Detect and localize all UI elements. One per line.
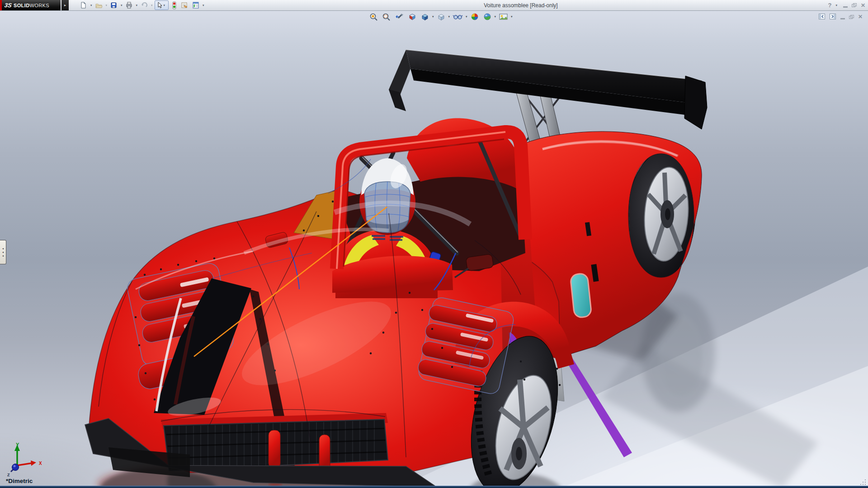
traffic-light-icon [171,1,177,9]
new-document-button[interactable] [79,0,88,10]
open-icon [95,1,103,9]
restore-button[interactable] [852,3,857,7]
open-dropdown[interactable]: ▾ [106,4,108,7]
open-button[interactable] [94,0,104,10]
print-icon [125,1,133,9]
print-button[interactable] [124,0,134,10]
race-car-model[interactable] [0,10,868,488]
save-button[interactable] [109,0,118,10]
close-button[interactable]: ✕ [861,2,865,9]
undo-icon [140,1,148,9]
new-dropdown[interactable]: ▾ [90,4,92,7]
orientation-triad[interactable]: Y X Z [4,442,51,482]
note-button[interactable] [179,0,189,10]
x-axis-arrow [31,460,36,466]
graphics-viewport[interactable]: ▾ ▾ ▾ ▾ ▾ ✕ ◂ ◂ ◂ [0,10,868,488]
new-document-icon [80,1,87,9]
x-axis-label: X [39,461,42,466]
resize-grip[interactable] [860,479,867,485]
rebuild-button[interactable] [170,0,178,10]
select-dropdown[interactable]: ▾ [164,4,165,7]
main-toolbar: ▾ ▾ ▾ ▾ ▾ ▾ ▾ [79,0,206,10]
save-dropdown[interactable]: ▾ [121,4,123,7]
help-button[interactable]: ? [828,2,831,9]
solidworks-logo: 3S SOLIDWORKS [0,0,61,10]
select-button[interactable]: ▾ [155,0,169,10]
undo-button[interactable] [139,0,149,10]
status-divider [0,486,868,488]
y-axis-label: Y [16,442,19,447]
solidworks-3s-glyph: 3S [4,2,12,9]
brand-solid: SOLID [14,3,30,8]
orientation-label: *Dimetric [6,478,33,484]
origin-sphere [12,464,19,471]
print-dropdown[interactable]: ▾ [136,4,138,7]
checklist-icon [192,1,199,9]
titlebar: 3S SOLIDWORKS ▸ ▾ ▾ ▾ ▾ ▾ ▾ ▾ [0,0,868,11]
minimize-button[interactable] [843,3,848,8]
document-title: Voiture assomblee [Read-only] [484,0,557,10]
naca-duct-teal[interactable] [570,273,592,318]
checklist-dropdown[interactable]: ▾ [203,4,204,7]
note-hand-icon [180,1,189,9]
checklist-button[interactable] [191,0,200,10]
select-cursor-icon [156,2,163,9]
undo-dropdown[interactable]: ▾ [151,4,153,7]
help-dropdown[interactable]: ▾ [835,4,837,7]
z-axis-label: Z [7,473,10,477]
brand-works: WORKS [30,3,50,8]
save-icon [110,1,118,9]
menu-flyout-arrow[interactable]: ▸ [61,0,69,10]
flyout-icon: ▸ [64,3,66,7]
window-controls: ? ▾ ✕ [824,0,865,10]
